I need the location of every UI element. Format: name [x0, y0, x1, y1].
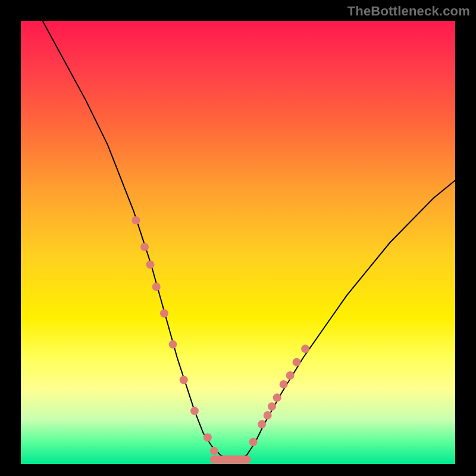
highlight-marker — [268, 402, 276, 411]
highlight-marker — [146, 261, 155, 269]
highlight-marker — [301, 345, 309, 353]
highlight-marker — [152, 283, 161, 291]
highlight-marker — [180, 375, 188, 384]
attribution-label: TheBottleneck.com — [347, 4, 470, 19]
highlight-marker — [264, 411, 272, 419]
curve-svg — [21, 21, 455, 464]
highlight-markers — [131, 216, 309, 464]
highlight-marker — [131, 216, 140, 224]
highlight-marker — [190, 407, 199, 415]
plot-area — [21, 21, 455, 464]
highlight-marker — [210, 447, 218, 455]
highlight-marker — [140, 243, 149, 251]
highlight-marker — [258, 420, 266, 428]
chart-container: TheBottleneck.com — [0, 0, 476, 476]
highlight-marker — [280, 380, 288, 389]
highlight-marker — [227, 456, 236, 464]
highlight-marker — [249, 438, 258, 446]
highlight-marker — [293, 358, 301, 367]
highlight-marker — [203, 433, 212, 441]
highlight-marker — [169, 340, 177, 349]
highlight-marker — [160, 309, 168, 318]
bottleneck-curve — [43, 21, 456, 460]
highlight-marker — [273, 393, 281, 402]
highlight-marker — [286, 371, 295, 380]
